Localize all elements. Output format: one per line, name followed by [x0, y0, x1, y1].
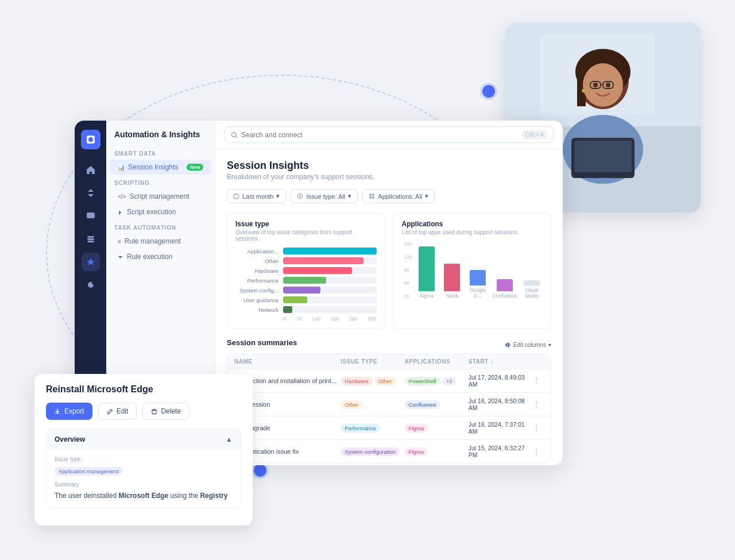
- svg-point-25: [232, 132, 237, 137]
- nav-item-rule-execution[interactable]: ⏷ Rule execution: [110, 249, 211, 264]
- rules-nav-icon: ≡: [118, 238, 121, 245]
- edit-columns-button[interactable]: Edit columns ▾: [505, 342, 551, 348]
- svg-rect-21: [87, 241, 94, 242]
- td-more[interactable]: ⋮: [532, 447, 544, 456]
- svg-rect-19: [87, 236, 94, 238]
- reinstall-card: Reinstall Microsoft Edge Export Edit Del…: [34, 374, 253, 526]
- td-more[interactable]: ⋮: [532, 423, 544, 432]
- table-head: NAME ISSUE TYPE APPLICATIONS START ↓: [227, 354, 551, 369]
- export-button[interactable]: Export: [46, 403, 92, 420]
- search-shortcut: Ctrl + K: [522, 130, 547, 139]
- chevron-down-icon-2: ▾: [348, 192, 351, 200]
- edit-button[interactable]: Edit: [98, 403, 137, 420]
- filter-applications[interactable]: Applications: All ▾: [362, 189, 435, 203]
- hbar-fill: [283, 248, 377, 254]
- sidebar-automation-icon[interactable]: [82, 253, 100, 271]
- nav-item-session-insights[interactable]: 📊 Session Insights New: [110, 160, 211, 175]
- reinstall-title: Reinstall Microsoft Edge: [46, 384, 241, 395]
- hbar-track: [283, 248, 377, 254]
- app-tag: +2: [442, 377, 457, 385]
- vbar-col: Confluence: [492, 279, 517, 299]
- edit-icon: [107, 408, 113, 415]
- nav-item-script-execution[interactable]: ⏵ Script execution: [110, 204, 211, 219]
- more-icon[interactable]: ⋮: [532, 447, 540, 456]
- hbar-track: [283, 287, 377, 293]
- issue-type-field-label: Issue type: [55, 456, 233, 462]
- sidebar-arrows-icon[interactable]: [82, 184, 100, 202]
- overview-label: Overview: [55, 435, 85, 443]
- vbar-name: Visual Studio: [520, 287, 543, 299]
- app-tag: Figma: [405, 447, 428, 456]
- app-tag: PowerShell: [405, 377, 440, 385]
- issue-tag: Performance: [341, 424, 380, 432]
- col-issue-type: ISSUE TYPE: [341, 358, 404, 365]
- chart-nav-icon: 📊: [118, 164, 125, 171]
- sidebar-home-icon[interactable]: [82, 161, 100, 179]
- svg-point-10: [593, 83, 598, 87]
- svg-line-26: [235, 136, 237, 138]
- overview-header[interactable]: Overview ▲: [47, 430, 241, 449]
- hbar-label: Application...: [235, 248, 278, 254]
- delete-icon: [151, 408, 157, 415]
- search-input[interactable]: [241, 131, 519, 139]
- svg-rect-18: [87, 213, 95, 218]
- svg-rect-34: [372, 194, 374, 195]
- columns-icon: [505, 342, 511, 348]
- filter-issue-type[interactable]: Issue type: All ▾: [291, 189, 358, 203]
- svg-rect-40: [152, 410, 156, 414]
- hbar-fill: [283, 296, 307, 303]
- hbar-fill: [283, 267, 352, 274]
- more-icon[interactable]: ⋮: [532, 423, 540, 432]
- col-actions: [532, 358, 544, 365]
- summary-text: The user deinstalled Microsoft Edge usin…: [55, 491, 233, 501]
- hbar-row: System config...: [235, 287, 377, 293]
- nav-section-task-automation: TASK AUTOMATION: [106, 220, 215, 233]
- td-more[interactable]: ⋮: [532, 376, 544, 385]
- td-issue: Performance: [341, 424, 404, 432]
- sidebar-database-icon[interactable]: [82, 230, 100, 248]
- chevron-down-icon-4: ▾: [548, 342, 551, 348]
- more-icon[interactable]: ⋮: [532, 400, 540, 409]
- nav-item-rule-management[interactable]: ≡ Rule management: [110, 234, 211, 249]
- svg-point-11: [606, 83, 610, 87]
- vbar-y-labels: 150120906030: [404, 241, 412, 299]
- vbar-name: Confluence: [492, 293, 517, 299]
- td-start: Jul 17, 2024, 8:49:03 AM: [469, 374, 532, 388]
- hbar-track: [283, 296, 377, 303]
- main-content: Ctrl + K Session Insights Breakdown of y…: [215, 121, 563, 465]
- summary-field-label: Summary: [55, 481, 233, 488]
- td-apps: Confluence: [405, 400, 469, 409]
- more-icon[interactable]: ⋮: [532, 376, 540, 385]
- search-box[interactable]: Ctrl + K: [225, 126, 554, 143]
- app-logo[interactable]: [81, 130, 100, 149]
- table-row: Connection and installation of print... …: [227, 369, 551, 393]
- play-nav-icon: ⏵: [118, 209, 123, 215]
- td-issue: HardwareOther: [341, 377, 404, 385]
- session-table: NAME ISSUE TYPE APPLICATIONS START ↓ Con…: [227, 354, 551, 464]
- hbar-track: [283, 306, 377, 313]
- hbar-fill: [283, 306, 292, 313]
- td-apps: Figma: [405, 447, 469, 456]
- hbar-row: Application...: [235, 248, 377, 254]
- svg-rect-20: [87, 238, 94, 240]
- nav-item-script-management[interactable]: </> Script management: [110, 189, 211, 204]
- calendar-icon: [233, 193, 239, 199]
- nav-section-smart-data: SMART DATA: [106, 146, 215, 159]
- blue-dot-bottom: [254, 464, 266, 477]
- svg-point-15: [582, 89, 585, 92]
- filter-last-month[interactable]: Last month ▾: [227, 189, 286, 203]
- hbar-row: Network: [235, 306, 377, 313]
- sidebar-refresh-icon[interactable]: [82, 276, 100, 294]
- td-more[interactable]: ⋮: [532, 400, 544, 409]
- svg-rect-36: [372, 196, 374, 198]
- filter-bar: Last month ▾ Issue type: All ▾ Applicati…: [227, 189, 551, 203]
- sidebar-monitor-icon[interactable]: [82, 207, 100, 225]
- issue-tag: System configuration: [341, 447, 400, 456]
- vbar-fill: [497, 279, 513, 291]
- delete-button[interactable]: Delete: [142, 403, 189, 420]
- search-icon: [231, 132, 238, 138]
- table-row: IAM upgrade Performance Figma Jul 16, 20…: [227, 416, 551, 440]
- td-issue: Other: [341, 400, 404, 409]
- svg-rect-37: [505, 343, 507, 347]
- overview-section: Overview ▲ Issue type Application manage…: [46, 429, 241, 508]
